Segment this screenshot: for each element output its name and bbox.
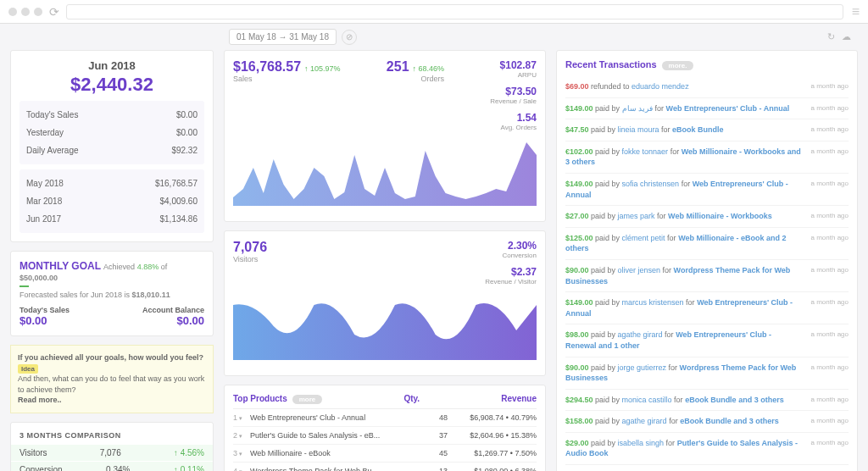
- comparison-card: 3 MONTHS COMPARISON Visitors7,076↑ 4.56%…: [10, 422, 214, 471]
- comparison-row: Conversion0.34%↑ 0.11%: [11, 462, 213, 471]
- transaction-row[interactable]: €102.00 paid by fokke tonnaer for Web Mi…: [565, 141, 849, 174]
- visitors-chart-card: 7,076Visitors 2.30%Conversion$2.37Revenu…: [224, 230, 546, 376]
- side-metric: $73.50Revenue / Sale: [490, 86, 537, 105]
- visitors-chart: [233, 292, 537, 360]
- product-row[interactable]: 1▾Web Entrepreneurs' Club - Annual48$6,9…: [233, 409, 537, 427]
- transaction-row[interactable]: $90.00 paid by jorge gutierrez for Wordp…: [565, 357, 849, 390]
- sales-chart: [233, 138, 537, 206]
- window-controls[interactable]: [8, 8, 42, 16]
- daily-row: Daily Average$92.32: [26, 141, 198, 159]
- product-row[interactable]: 3▾Web Millionaire - eBook45$1,269.77 • 7…: [233, 445, 537, 463]
- transaction-row[interactable]: $47.50 paid by lineia moura for eBook Bu…: [565, 119, 849, 141]
- transaction-row[interactable]: $29.00 paid by isabella singh for Putler…: [565, 433, 849, 465]
- side-metric: 1.54Avg. Orders: [490, 112, 537, 131]
- tip-card: If you achieved all your goals, how woul…: [10, 345, 214, 413]
- past-row: May 2018$16,768.57: [26, 175, 198, 192]
- more-badge[interactable]: more.: [662, 61, 694, 70]
- transaction-row[interactable]: $27.00 paid by james park for Web Millio…: [565, 206, 849, 228]
- transaction-row[interactable]: $69.00 refunded to eduardo mendeza month…: [565, 76, 849, 98]
- transaction-row[interactable]: $90.00 paid by oliver jensen for Wordpre…: [565, 260, 849, 292]
- month-summary-card: Jun 2018 $2,440.32 Today's Sales$0.00Yes…: [10, 50, 214, 242]
- product-row[interactable]: 4▾Wordpress Theme Pack for Web Bu...13$1…: [233, 463, 537, 471]
- side-metric: $102.87ARPU: [490, 59, 537, 79]
- url-input[interactable]: [66, 4, 843, 19]
- transaction-row[interactable]: $158.00 paid by agathe girard for eBook …: [565, 411, 849, 433]
- month-title: Jun 2018: [19, 59, 204, 72]
- top-products-card: Top Productsmore Qty. Revenue 1▾Web Entr…: [224, 385, 546, 471]
- side-metric: $2.37Revenue / Visitor: [485, 266, 537, 285]
- product-row[interactable]: 2▾Putler's Guide to Sales Analysis - eB.…: [233, 427, 537, 445]
- date-toolbar: 01 May 18 → 31 May 18 ⊘ ↻ ☁: [0, 24, 868, 50]
- more-badge[interactable]: more: [292, 395, 323, 404]
- transactions-card: Recent Transactionsmore. $69.00 refunded…: [556, 50, 858, 471]
- side-metric: 2.30%Conversion: [485, 240, 537, 259]
- comparison-row: Visitors7,076↑ 4.56%: [11, 445, 213, 461]
- transaction-row[interactable]: $69.00 paid by katrine mortensen for Put…: [565, 465, 849, 471]
- transaction-row[interactable]: $125.00 paid by clément petit for Web Mi…: [565, 228, 849, 260]
- clear-date-icon[interactable]: ⊘: [342, 30, 357, 45]
- transaction-row[interactable]: $149.00 paid by فريد سام for Web Entrepr…: [565, 98, 849, 120]
- sales-chart-card: $16,768.57↑ 105.97%Sales 251↑ 68.46%Orde…: [224, 50, 546, 222]
- past-row: Mar 2018$4,009.60: [26, 192, 198, 210]
- past-row: Jun 2017$1,134.86: [26, 210, 198, 228]
- transaction-row[interactable]: $294.50 paid by monica castillo for eBoo…: [565, 390, 849, 412]
- date-range-picker[interactable]: 01 May 18 → 31 May 18: [229, 29, 337, 45]
- transaction-row[interactable]: $149.00 paid by marcus kristensen for We…: [565, 292, 849, 324]
- daily-row: Yesterday$0.00: [26, 124, 198, 141]
- transaction-row[interactable]: $149.00 paid by sofia christensen for We…: [565, 174, 849, 206]
- transaction-row[interactable]: $98.00 paid by agathe girard for Web Ent…: [565, 324, 849, 357]
- daily-row: Today's Sales$0.00: [26, 106, 198, 124]
- reload-icon[interactable]: ⟳: [49, 5, 59, 19]
- browser-topbar: ⟳ ≡: [0, 0, 868, 24]
- products-title: Top Products: [233, 394, 287, 403]
- month-amount: $2,440.32: [19, 74, 204, 96]
- menu-icon[interactable]: ≡: [852, 4, 860, 19]
- settings-icon[interactable]: ☁: [842, 31, 851, 42]
- idea-badge: Idea: [18, 364, 38, 374]
- read-more-link[interactable]: Read more..: [18, 396, 62, 404]
- sync-icon[interactable]: ↻: [827, 31, 835, 42]
- goal-title: MONTHLY GOAL: [19, 260, 101, 272]
- goal-card: MONTHLY GOAL Achieved 4.88% of $50,000.0…: [10, 251, 214, 336]
